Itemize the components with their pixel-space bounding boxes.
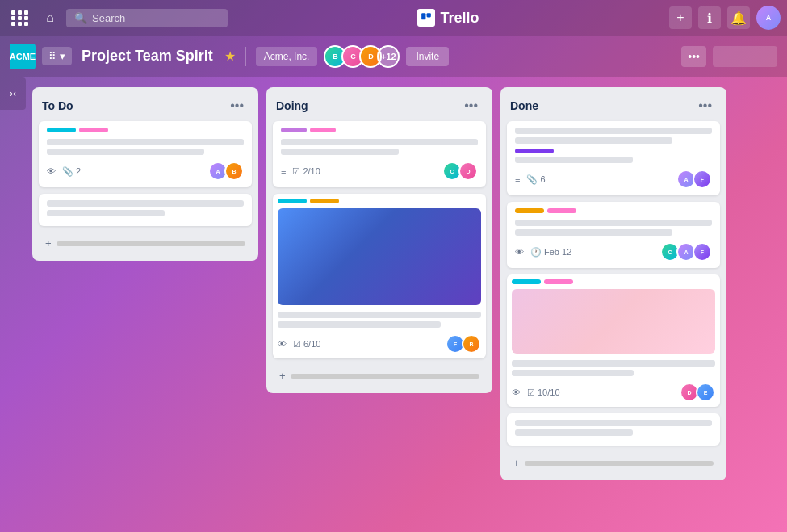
checklist-count: 2/10 bbox=[303, 166, 320, 176]
card-meta: ≡ ☑ 2/10 bbox=[281, 166, 320, 177]
add-card-button-todo[interactable]: + bbox=[39, 232, 252, 254]
card-member-avatar[interactable]: F bbox=[693, 170, 712, 189]
card-footer: ≡ ☑ 2/10 C D bbox=[281, 161, 478, 181]
trello-icon bbox=[417, 9, 435, 27]
apps-grid-button[interactable] bbox=[6, 6, 34, 31]
eye-icon: 👁 bbox=[515, 247, 524, 257]
card-label-cyan bbox=[512, 279, 541, 284]
member-count[interactable]: +12 bbox=[377, 45, 400, 68]
workspace-button[interactable]: Acme, Inc. bbox=[256, 47, 318, 66]
card-footer: ≡ 📎 6 A F bbox=[515, 170, 712, 189]
card-footer: 👁 🕐 Feb 12 C A F bbox=[515, 242, 712, 262]
card-meta: ≡ 📎 6 bbox=[515, 174, 546, 185]
card-text-line bbox=[47, 200, 244, 207]
card-footer: 👁 📎 2 A B bbox=[47, 161, 244, 181]
add-card-button-done[interactable]: + bbox=[507, 452, 720, 474]
card-list-item: ≡ bbox=[515, 174, 520, 184]
card-date-item: 🕐 Feb 12 bbox=[530, 247, 571, 258]
notifications-button[interactable]: 🔔 bbox=[727, 6, 750, 29]
user-avatar[interactable]: A bbox=[756, 6, 781, 30]
card-text-line bbox=[515, 220, 712, 226]
trello-logo: Trello bbox=[232, 9, 664, 27]
board-header: ACME ⠿ ▾ Project Team Spirit ★ Acme, Inc… bbox=[0, 36, 787, 77]
card-image-pink bbox=[512, 289, 715, 354]
checklist-count: 6/10 bbox=[303, 339, 320, 349]
card-text-line bbox=[47, 210, 165, 216]
clip-icon: 📎 bbox=[62, 166, 73, 177]
card-text-line bbox=[281, 149, 399, 155]
card-text-line bbox=[515, 128, 712, 134]
card-labels bbox=[512, 279, 715, 284]
card-done-3[interactable]: 👁 ☑ 10/10 D E bbox=[507, 274, 720, 407]
card-label-yellow bbox=[515, 208, 544, 213]
card-doing-1[interactable]: ≡ ☑ 2/10 C D bbox=[273, 121, 486, 187]
card-text-line bbox=[47, 139, 244, 145]
card-label-pink bbox=[544, 279, 573, 284]
eye-icon: 👁 bbox=[278, 339, 287, 349]
card-label-pink bbox=[547, 208, 576, 213]
sidebar-toggle[interactable]: ›‹ bbox=[0, 77, 26, 110]
add-card-line bbox=[57, 241, 245, 246]
card-meta: 👁 📎 2 bbox=[47, 166, 81, 177]
card-text-line bbox=[278, 312, 481, 318]
board-menu-button[interactable]: ⠿ ▾ bbox=[42, 47, 72, 65]
card-labels bbox=[278, 199, 481, 203]
list-menu-todo[interactable]: ••• bbox=[225, 97, 249, 115]
card-done-4[interactable] bbox=[507, 413, 720, 446]
clock-icon: 🕐 bbox=[530, 247, 542, 258]
card-done-2[interactable]: 👁 🕐 Feb 12 C A F bbox=[507, 202, 720, 268]
card-attachment-item: 📎 2 bbox=[62, 166, 81, 177]
info-button[interactable]: ℹ bbox=[698, 6, 721, 29]
card-done-1[interactable]: ≡ 📎 6 A F bbox=[507, 121, 720, 195]
card-labels bbox=[515, 208, 712, 213]
card-watch-item: 👁 bbox=[512, 387, 521, 397]
card-member-avatar[interactable]: B bbox=[462, 334, 481, 354]
eye-icon: 👁 bbox=[512, 387, 521, 397]
card-checklist-item: ☑ 6/10 bbox=[293, 339, 320, 350]
card-watch-item: 👁 bbox=[47, 166, 56, 176]
menu-chevron: ▾ bbox=[60, 50, 65, 62]
card-list-item: ≡ bbox=[281, 166, 286, 176]
check-icon: ☑ bbox=[527, 387, 535, 398]
home-button[interactable]: ⌂ bbox=[39, 6, 61, 29]
card-meta: 👁 🕐 Feb 12 bbox=[515, 247, 571, 258]
card-doing-2[interactable]: 👁 ☑ 6/10 E B bbox=[273, 194, 486, 358]
more-button[interactable]: ••• bbox=[681, 46, 706, 67]
add-button[interactable]: + bbox=[669, 6, 692, 29]
card-member-avatar[interactable]: E bbox=[696, 383, 715, 402]
due-date: Feb 12 bbox=[544, 247, 571, 257]
card-label-cyan bbox=[278, 199, 307, 203]
star-button[interactable]: ★ bbox=[224, 48, 236, 64]
card-member-avatar[interactable]: D bbox=[458, 161, 478, 181]
card-member-avatar[interactable]: B bbox=[224, 161, 244, 181]
card-image-blue bbox=[278, 208, 481, 305]
add-card-button-doing[interactable]: + bbox=[273, 365, 486, 387]
filter-button[interactable] bbox=[713, 46, 777, 67]
list-menu-doing[interactable]: ••• bbox=[459, 97, 483, 115]
card-labels bbox=[281, 128, 478, 132]
card-text-line bbox=[515, 229, 672, 236]
list-title-doing: Doing bbox=[276, 99, 308, 112]
search-input[interactable]: 🔍 Search bbox=[66, 9, 228, 27]
list-todo: To Do ••• 👁 📎 2 bbox=[32, 87, 258, 261]
checklist-count: 10/10 bbox=[538, 387, 560, 397]
card-todo-2[interactable] bbox=[39, 194, 252, 226]
eye-icon: 👁 bbox=[47, 166, 56, 176]
divider bbox=[245, 47, 246, 66]
card-text-line bbox=[515, 137, 672, 144]
card-todo-1[interactable]: 👁 📎 2 A B bbox=[39, 121, 252, 187]
add-icon: + bbox=[279, 370, 286, 382]
card-avatars: A B bbox=[208, 161, 244, 181]
board-title: Project Team Spirit bbox=[78, 48, 216, 65]
add-icon: + bbox=[513, 457, 520, 469]
card-label-yellow bbox=[310, 199, 339, 203]
list-menu-done[interactable]: ••• bbox=[693, 97, 717, 115]
card-checklist-item: ☑ 10/10 bbox=[527, 387, 560, 398]
menu-icon: ⠿ bbox=[48, 50, 57, 62]
card-labels bbox=[47, 128, 244, 132]
list-icon: ≡ bbox=[281, 166, 286, 176]
card-member-avatar[interactable]: F bbox=[693, 242, 712, 262]
invite-button[interactable]: Invite bbox=[406, 47, 449, 66]
clip-icon: 📎 bbox=[526, 174, 538, 185]
attachment-count: 6 bbox=[540, 174, 545, 184]
